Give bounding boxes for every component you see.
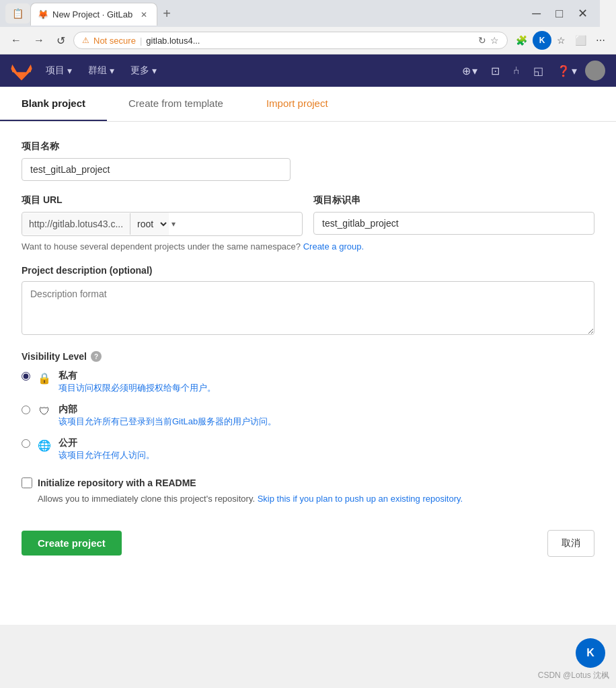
menu-button[interactable]: ⋯ [592,32,609,48]
private-desc: 项目访问权限必须明确授权给每个用户。 [59,382,216,394]
back-button[interactable]: ← [7,32,26,49]
watermark: CSDN @Lotus 沈枫 [538,670,609,681]
private-content: 私有 项目访问权限必须明确授权给每个用户。 [59,370,216,394]
namespace-select[interactable]: root [130,213,169,235]
visibility-public: 🌐 公开 该项目允许任何人访问。 [22,437,594,461]
address-text: gitlab.lotus4... [146,36,474,46]
minimize-button[interactable]: ─ [525,3,547,24]
chevron-down-icon: ▾ [67,65,72,76]
address-bar[interactable]: ⚠ Not secure | gitlab.lotus4... ↻ ☆ [73,32,508,49]
nav-more[interactable]: 更多 ▾ [122,59,165,82]
readme-label[interactable]: Initialize repository with a README [22,477,594,488]
internal-desc: 该项目允许所有已登录到当前GitLab服务器的用户访问。 [59,416,276,428]
internal-label: 内部 [59,404,276,416]
floating-avatar[interactable]: K [576,638,605,668]
visibility-internal: 🛡 内部 该项目允许所有已登录到当前GitLab服务器的用户访问。 [22,404,594,428]
security-text: Not secure [93,36,136,46]
create-project-button[interactable]: Create project [22,531,122,556]
url-static-text: http://gitlab.lotus43.c... [22,213,130,235]
readme-description: Allows you to immediately clone this pro… [38,492,594,506]
gitlab-logo[interactable] [11,60,32,81]
activity-button[interactable]: ◱ [528,61,549,81]
merge-request-button[interactable]: ⑃ [508,61,525,81]
tab-blank-project[interactable]: Blank project [0,87,107,121]
reload-icon: ↻ [478,35,486,46]
maximize-button[interactable]: □ [549,3,570,24]
globe-icon: 🌐 [37,438,52,453]
form-actions: Create project 取消 [22,525,594,557]
tab-favicon: 🦊 [38,9,48,20]
chevron-down-icon: ▾ [110,65,114,76]
avatar-initial: K [586,647,594,659]
extensions-button[interactable]: 🧩 [512,32,531,48]
browser-actions: 🧩 K ☆ ⬜ ⋯ [512,31,609,50]
split-button[interactable]: ⬜ [571,32,590,48]
visibility-help-icon[interactable]: ? [91,351,102,362]
tab-create-template[interactable]: Create from template [107,87,245,121]
create-group-link[interactable]: Create a group. [303,241,364,252]
visibility-section: Visibility Level ? 🔒 私有 项目访问权限必须明确授权给每个用… [22,351,594,461]
radio-internal[interactable] [22,406,30,414]
public-content: 公开 该项目允许任何人访问。 [59,437,155,461]
project-slug-input[interactable] [313,212,594,235]
gitlab-navbar: 项目 ▾ 群组 ▾ 更多 ▾ ⊕▾ ⊡ ⑃ ◱ ❓▾ [0,54,616,87]
user-avatar[interactable] [585,61,605,81]
project-url-label: 项目 URL [22,194,303,206]
visibility-private: 🔒 私有 项目访问权限必须明确授权给每个用户。 [22,370,594,394]
project-type-tabs: Blank project Create from template Impor… [0,87,616,122]
private-label: 私有 [59,370,216,382]
project-name-label: 项目名称 [22,141,594,153]
close-button[interactable]: ✕ [571,3,594,24]
description-section: Project description (optional) [22,265,594,338]
skip-link[interactable]: Skip this if you plan to push up an exis… [258,494,463,504]
shield-icon: 🛡 [37,404,52,419]
lock-icon: 🔒 [37,371,52,385]
url-input-group: http://gitlab.lotus43.c... root ▾ [22,212,303,236]
namespace-hint: Want to house several dependent projects… [22,241,594,252]
radio-private[interactable] [22,372,30,381]
tab-title: New Project · GitLab [52,9,132,20]
new-tab-button[interactable]: + [157,6,176,22]
visibility-title: Visibility Level ? [22,351,594,362]
star-icon[interactable]: ☆ [490,35,499,46]
url-text: http://gitlab.lotus43.c... [29,219,123,229]
url-row: 项目 URL http://gitlab.lotus43.c... root ▾ [22,194,594,236]
nav-projects[interactable]: 项目 ▾ [38,59,80,82]
dropdown-icon: ▾ [169,219,178,229]
readme-section: Initialize repository with a README Allo… [22,477,594,506]
add-button[interactable]: ⊕▾ [457,61,483,81]
active-tab[interactable]: 🦊 New Project · GitLab ✕ [30,3,157,26]
help-button[interactable]: ❓▾ [551,61,582,81]
url-section: 项目 URL http://gitlab.lotus43.c... root ▾ [22,194,594,252]
url-right: 项目标识串 [313,194,594,236]
title-bar: 📋 🦊 New Project · GitLab ✕ + ─ □ ✕ [0,0,616,27]
public-desc: 该项目允许任何人访问。 [59,449,155,461]
browser-nav-bar: ← → ↺ ⚠ Not secure | gitlab.lotus4... ↻ … [0,27,616,54]
chevron-down-icon: ▾ [152,65,157,76]
public-label: 公开 [59,437,155,449]
chevron-down-icon: ▾ [472,65,477,77]
description-textarea[interactable] [22,281,594,335]
chevron-down-icon: ▾ [572,65,577,77]
project-form: 项目名称 项目 URL http://gitlab.lotus43.c... [0,122,616,576]
favorite-button[interactable]: ☆ [553,32,570,48]
radio-public[interactable] [22,439,30,448]
url-left: 项目 URL http://gitlab.lotus43.c... root ▾ [22,194,303,236]
internal-content: 内部 该项目允许所有已登录到当前GitLab服务器的用户访问。 [59,404,276,428]
tab-import-project[interactable]: Import project [245,87,350,121]
readme-checkbox[interactable] [22,477,32,488]
cancel-button[interactable]: 取消 [547,530,594,557]
refresh-button[interactable]: ↺ [52,32,69,50]
other-tab[interactable]: 📋 [5,3,30,24]
description-label: Project description (optional) [22,265,594,276]
tab-close-button[interactable]: ✕ [141,10,147,20]
browser-window: 📋 🦊 New Project · GitLab ✕ + ─ □ ✕ ← → ↺… [0,0,616,625]
security-icon: ⚠ [82,36,89,45]
nav-right-actions: ⊕▾ ⊡ ⑃ ◱ ❓▾ [457,61,605,81]
forward-button[interactable]: → [30,32,48,49]
separator: | [140,36,142,46]
compare-button[interactable]: ⊡ [486,61,505,81]
nav-groups[interactable]: 群组 ▾ [80,59,122,82]
profile-button[interactable]: K [533,31,551,50]
project-name-input[interactable] [22,158,291,181]
